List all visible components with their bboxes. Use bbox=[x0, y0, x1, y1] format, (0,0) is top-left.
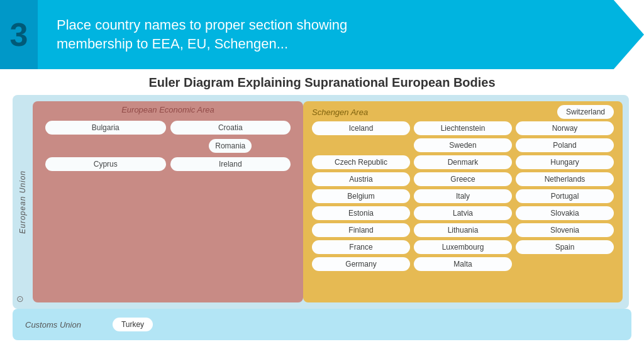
list-item: Turkey bbox=[113, 318, 153, 331]
list-item: France bbox=[312, 240, 410, 254]
list-item: Ireland bbox=[170, 157, 291, 171]
list-item: Netherlands bbox=[516, 172, 614, 186]
list-item: Norway bbox=[516, 121, 614, 135]
list-item: Belgium bbox=[312, 189, 410, 203]
list-item: Liechtenstein bbox=[414, 121, 512, 135]
list-item: Germany bbox=[312, 257, 410, 271]
eea-label: European Economic Area bbox=[33, 101, 303, 117]
list-item: Switzerland bbox=[557, 105, 614, 119]
schengen-label: Schengen Area bbox=[312, 108, 551, 117]
list-item: Romania bbox=[209, 139, 252, 153]
list-item: Slovenia bbox=[516, 223, 614, 237]
eea-grid: Bulgaria Croatia Romania Cyprus Ireland bbox=[33, 117, 303, 175]
list-item: Luxembourg bbox=[414, 240, 512, 254]
list-item: Croatia bbox=[170, 121, 291, 135]
list-item: Portugal bbox=[516, 189, 614, 203]
eea-region: European Economic Area Bulgaria Croatia … bbox=[33, 101, 303, 302]
question-number: 3 bbox=[0, 0, 38, 69]
list-item: Slovakia bbox=[516, 206, 614, 220]
list-item: Iceland bbox=[312, 121, 410, 135]
banner-text: Place country names to proper section sh… bbox=[57, 16, 347, 53]
diagram-container: European Union ⊙ European Economic Area … bbox=[13, 95, 631, 340]
list-item: Denmark bbox=[414, 155, 512, 169]
customs-union-region: Customs Union Turkey bbox=[13, 309, 631, 340]
schengen-region: Schengen Area Switzerland Iceland Liecht… bbox=[303, 101, 623, 302]
header: 3 Place country names to proper section … bbox=[0, 0, 644, 69]
eu-label: European Union ⊙ bbox=[13, 95, 33, 309]
list-item: Italy bbox=[414, 189, 512, 203]
list-item: Cyprus bbox=[45, 157, 166, 171]
list-item: Poland bbox=[516, 138, 614, 152]
list-item: Hungary bbox=[516, 155, 614, 169]
list-item: Austria bbox=[312, 172, 410, 186]
list-item: Estonia bbox=[312, 206, 410, 220]
list-item: Czech Republic bbox=[312, 155, 410, 169]
list-item: Spain bbox=[516, 240, 614, 254]
customs-label: Customs Union bbox=[25, 320, 81, 330]
eu-region: European Union ⊙ European Economic Area … bbox=[13, 95, 629, 309]
list-item: Sweden bbox=[414, 138, 512, 152]
list-item: Finland bbox=[312, 223, 410, 237]
list-item: Greece bbox=[414, 172, 512, 186]
list-item: Latvia bbox=[414, 206, 512, 220]
list-item: Lithuania bbox=[414, 223, 512, 237]
camera-icon: ⊙ bbox=[16, 294, 24, 304]
banner: Place country names to proper section sh… bbox=[38, 0, 644, 69]
page-title: Euler Diagram Explaining Supranational E… bbox=[0, 69, 644, 95]
list-item: Malta bbox=[414, 257, 512, 271]
list-item: Bulgaria bbox=[45, 121, 166, 135]
